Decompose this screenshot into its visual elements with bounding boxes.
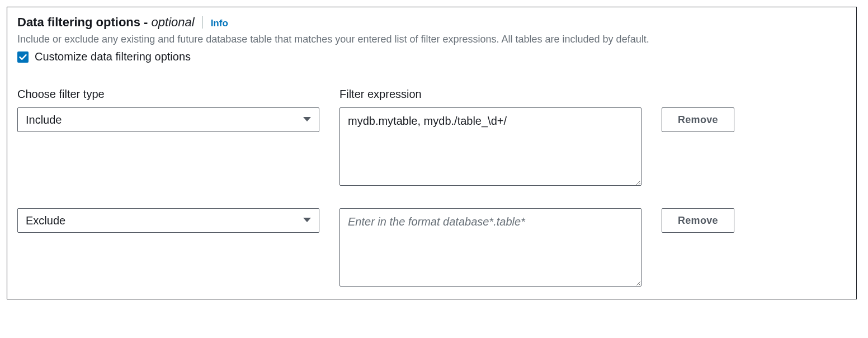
filter-type-select-wrap: Include <box>17 107 319 132</box>
columns-header: Choose filter type Filter expression <box>17 88 846 101</box>
info-link[interactable]: Info <box>211 18 228 29</box>
customize-checkbox-label: Customize data filtering options <box>35 50 191 63</box>
filter-type-value: Exclude <box>26 214 65 227</box>
filter-type-select[interactable]: Exclude <box>17 208 319 233</box>
check-icon <box>19 53 27 61</box>
filter-expression-input[interactable] <box>339 107 641 186</box>
filter-expression-input[interactable] <box>339 208 641 287</box>
filter-row: Include Remove <box>17 107 846 186</box>
filter-type-value: Include <box>26 114 62 126</box>
remove-button[interactable]: Remove <box>662 107 734 132</box>
title-divider <box>202 16 203 29</box>
panel-header: Data filtering options - optional Info <box>17 15 846 30</box>
customize-checkbox[interactable] <box>17 51 29 63</box>
filter-type-select-wrap: Exclude <box>17 208 319 233</box>
panel-description: Include or exclude any existing and futu… <box>17 32 845 47</box>
panel-title-optional: optional <box>152 15 195 29</box>
filter-row: Exclude Remove <box>17 208 846 287</box>
remove-button[interactable]: Remove <box>662 208 734 233</box>
panel-title: Data filtering options - optional <box>17 15 195 30</box>
panel-title-main: Data filtering options - <box>17 15 152 29</box>
filter-expression-column-label: Filter expression <box>339 88 641 101</box>
filter-type-select[interactable]: Include <box>17 107 319 132</box>
data-filtering-panel: Data filtering options - optional Info I… <box>7 7 857 299</box>
filter-type-column-label: Choose filter type <box>17 88 319 101</box>
customize-checkbox-row: Customize data filtering options <box>17 50 846 63</box>
